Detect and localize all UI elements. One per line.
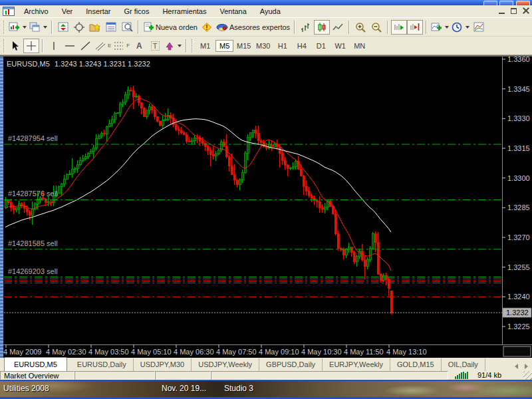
chart-tab[interactable]: GBPUSD,Daily <box>259 358 323 371</box>
toolbar-grip[interactable] <box>3 39 5 53</box>
tab-scroll-left-icon[interactable] <box>515 364 518 369</box>
chart-tab[interactable]: USDJPY,Weekly <box>192 358 259 371</box>
svg-text:1.3360: 1.3360 <box>507 57 530 63</box>
crosshair-target-button[interactable] <box>71 20 87 35</box>
drawing-toolbar: E F A T M1M5M15M30H1H4D1W1MN <box>0 37 532 55</box>
data-window-button[interactable] <box>103 20 119 35</box>
cursor-button[interactable] <box>7 39 23 53</box>
dropdown-arrow-icon <box>43 26 47 29</box>
navigator-icon <box>122 22 133 33</box>
menu-item[interactable]: Insertar <box>79 6 117 17</box>
favorites-button[interactable] <box>87 20 103 35</box>
candlestick-chart-button[interactable] <box>314 20 330 35</box>
svg-text:1.3255: 1.3255 <box>507 263 530 271</box>
crosshair-button[interactable] <box>23 39 39 53</box>
data-window-icon <box>106 22 117 33</box>
status-market-overview[interactable]: Market Overview <box>0 371 74 380</box>
text-button[interactable]: A <box>131 39 147 53</box>
taskbar-item[interactable]: Studio 3 <box>224 384 253 393</box>
chart-tab[interactable]: EURUSD,Daily <box>70 358 134 371</box>
toolbar-grip[interactable] <box>192 39 194 53</box>
zoom-out-button[interactable] <box>368 20 384 35</box>
toolbar-separator <box>42 39 43 53</box>
fibonacci-button[interactable]: F <box>112 39 131 53</box>
clock-icon <box>452 22 463 33</box>
channel-letter: E <box>108 43 111 49</box>
taskbar-item[interactable]: Utilities 2008 <box>3 384 49 393</box>
window-close-button[interactable] <box>516 1 530 5</box>
timeframe-button[interactable]: M1 <box>196 40 214 52</box>
chart-window: #14287954 sell#14287576 sell#14281585 se… <box>0 55 532 358</box>
arrows-button[interactable] <box>163 39 183 53</box>
tab-scroll-arrows <box>515 364 528 369</box>
toolbar-separator <box>138 21 139 34</box>
toolbar-separator <box>426 21 427 34</box>
expert-advisors-button[interactable]: Asesores expertos <box>215 20 291 35</box>
chart-tab[interactable]: EURUSD,M5 <box>4 357 67 371</box>
timeframe-button[interactable]: M5 <box>215 40 233 52</box>
taskbar-item[interactable]: Nov. 20 19... <box>162 384 206 393</box>
svg-text:1.3285: 1.3285 <box>507 203 530 211</box>
menu-item[interactable]: Ayuda <box>253 6 287 17</box>
text-label-button[interactable]: T <box>147 39 163 53</box>
profiles-button[interactable] <box>28 20 49 35</box>
auto-scroll-button[interactable] <box>391 20 407 35</box>
timeframe-button[interactable]: D1 <box>312 40 330 52</box>
chart-tab[interactable]: GOLD,M15 <box>390 358 442 371</box>
vertical-line-button[interactable] <box>46 39 62 53</box>
mdi-close-icon[interactable] <box>523 7 529 14</box>
line-chart-button[interactable] <box>330 20 346 35</box>
zoom-in-button[interactable] <box>352 20 368 35</box>
templates-button[interactable] <box>471 20 487 35</box>
auto-scroll-icon <box>394 22 404 33</box>
timeframe-button[interactable]: MN <box>350 40 368 52</box>
line-chart-icon <box>332 22 343 33</box>
toolbar-grip[interactable] <box>3 21 5 34</box>
chart-tab[interactable]: USDJPY,M30 <box>134 358 192 371</box>
timeframe-button[interactable]: M15 <box>235 40 253 52</box>
price-chart[interactable]: #14287954 sell#14287576 sell#14281585 se… <box>0 57 532 358</box>
svg-text:1.3300: 1.3300 <box>507 174 530 182</box>
chart-tab[interactable]: EURJPY,Weekly <box>323 358 390 371</box>
tab-scroll-right-icon[interactable] <box>525 364 528 369</box>
window-minimize-button[interactable] <box>483 1 497 5</box>
menu-item[interactable]: Archivo <box>17 6 55 17</box>
timeframe-button[interactable]: H1 <box>273 40 291 52</box>
mdi-minimize-icon[interactable] <box>499 8 505 14</box>
periods-button[interactable] <box>450 20 471 35</box>
chart-tab[interactable]: OIL,Daily <box>442 358 485 371</box>
horizontal-line-button[interactable] <box>62 39 78 53</box>
title-bar <box>0 0 532 5</box>
warning-button[interactable]: ! <box>199 20 215 35</box>
new-chart-icon <box>9 22 20 33</box>
chart-shift-button[interactable] <box>407 20 423 35</box>
timeframe-button[interactable]: M30 <box>254 40 272 52</box>
market-watch-icon <box>58 22 69 33</box>
crosshair-target-icon <box>74 22 85 33</box>
fibonacci-letter: F <box>126 43 130 49</box>
equidistant-channel-button[interactable]: E <box>94 39 112 53</box>
timeframe-button[interactable]: W1 <box>331 40 349 52</box>
new-order-button[interactable]: Nueva orden <box>142 20 199 35</box>
bar-chart-button[interactable] <box>298 20 314 35</box>
new-chart-button[interactable] <box>7 20 28 35</box>
timeframe-button[interactable]: H4 <box>293 40 311 52</box>
svg-text:1.3330: 1.3330 <box>507 114 530 122</box>
expert-advisors-label: Asesores expertos <box>229 23 290 31</box>
market-watch-button[interactable] <box>55 20 71 35</box>
crosshair-icon <box>26 41 37 51</box>
menu-item[interactable]: Ventana <box>213 6 253 17</box>
fibonacci-icon <box>114 41 124 51</box>
svg-text:4 May 07:50: 4 May 07:50 <box>216 348 257 356</box>
mdi-restore-icon[interactable] <box>511 8 517 14</box>
menu-item[interactable]: Gr ficos <box>118 6 156 17</box>
navigator-button[interactable] <box>119 20 135 35</box>
menu-item[interactable]: Herramientas <box>156 6 213 17</box>
window-maximize-button[interactable] <box>499 1 513 5</box>
menu-item[interactable]: Ver <box>55 6 80 17</box>
svg-text:#14287576 sell: #14287576 sell <box>8 190 58 198</box>
dropdown-arrow-icon <box>466 26 469 29</box>
resize-grip[interactable] <box>523 371 532 380</box>
trend-line-button[interactable] <box>78 39 94 53</box>
indicators-button[interactable] <box>430 20 450 35</box>
